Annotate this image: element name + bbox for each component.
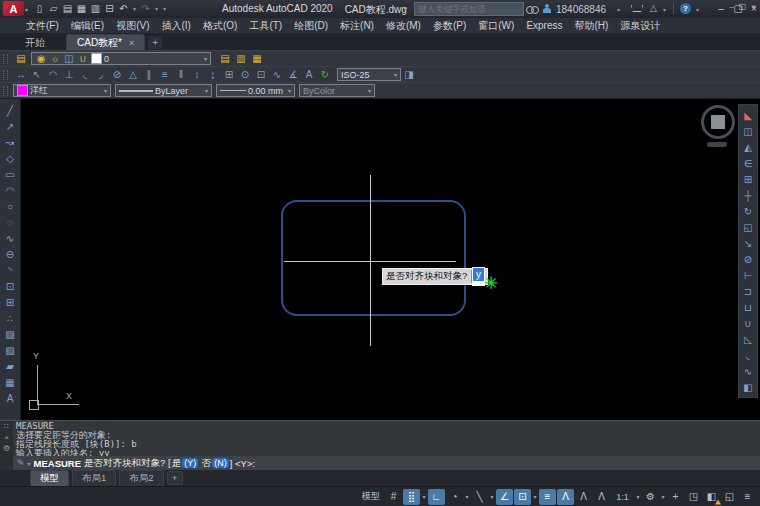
menu-item[interactable]: Express: [520, 20, 568, 31]
annotation-scale-icon[interactable]: Ʌ: [593, 489, 610, 505]
toolbar-grip[interactable]: [3, 70, 8, 80]
dimension-break-icon[interactable]: ↨: [205, 68, 221, 82]
doc-restore-button[interactable]: ◱: [739, 2, 747, 11]
qat-customize-icon[interactable]: ▾: [161, 2, 168, 15]
graphics-performance-icon[interactable]: ◧: [703, 489, 720, 505]
polygon-icon[interactable]: ◇: [2, 150, 19, 166]
layout-tab[interactable]: 布局1: [72, 470, 116, 487]
radius-dimension-icon[interactable]: ◟: [77, 68, 93, 82]
app-menu-caret-icon[interactable]: ▾: [25, 6, 28, 13]
explode-icon[interactable]: ◧: [740, 379, 757, 395]
menu-item[interactable]: 修改(M): [380, 19, 427, 33]
annotation-scale-value[interactable]: 1:1: [611, 489, 634, 505]
command-panel-tools-icon[interactable]: ⚙: [3, 444, 10, 453]
dimension-style-manager-icon[interactable]: ◨: [401, 68, 417, 82]
region-icon[interactable]: ▰: [2, 358, 19, 374]
menu-item[interactable]: 源泉设计: [614, 19, 666, 33]
workspace-gear-icon[interactable]: ⚙: [642, 489, 659, 505]
layer-unlock-icon[interactable]: ∪: [77, 52, 89, 66]
hatch-icon[interactable]: ▨: [2, 326, 19, 342]
break-at-point-icon[interactable]: ⊔: [740, 299, 757, 315]
doc-close-button[interactable]: ×: [751, 2, 756, 11]
polar-dropdown[interactable]: ▾: [464, 489, 470, 505]
tolerance-icon[interactable]: ⊞: [221, 68, 237, 82]
circle-icon[interactable]: ○: [2, 198, 19, 214]
object-snap-icon[interactable]: ⊡: [514, 489, 531, 505]
autodesk-app-icon[interactable]: △: [650, 3, 657, 13]
linetype-control-combo[interactable]: ByLayer ▾: [115, 84, 212, 97]
polar-tracking-icon[interactable]: ◔: [446, 489, 463, 505]
snap-dropdown[interactable]: ▾: [421, 489, 427, 505]
layer-combo[interactable]: ◉ ☼ ◫ ∪ 0 ▾: [31, 52, 211, 65]
arc-length-dimension-icon[interactable]: ◠: [45, 68, 61, 82]
continue-dimension-icon[interactable]: ‖: [173, 68, 189, 82]
linear-dimension-icon[interactable]: ↔: [13, 68, 29, 82]
extend-icon[interactable]: ⊢: [740, 267, 757, 283]
ellipse-arc-icon[interactable]: ◝: [2, 262, 19, 278]
autoscale-icon[interactable]: Ʌ: [575, 489, 592, 505]
user-id[interactable]: 184068846: [556, 4, 606, 15]
menu-item[interactable]: 工具(T): [243, 19, 288, 33]
break-icon[interactable]: ⊐: [740, 283, 757, 299]
diameter-dimension-icon[interactable]: ⊘: [109, 68, 125, 82]
menu-item[interactable]: 文件(F): [20, 19, 65, 33]
layout-tab[interactable]: 模型: [30, 470, 69, 487]
fillet-icon[interactable]: ◟: [740, 347, 757, 363]
drawing-canvas[interactable]: ╱ ↗ ↝ ◇ ▭ ◠ ○ ◌ ∿ ⊖ ◝ ⊡: [0, 99, 760, 420]
dimension-space-icon[interactable]: ↕: [189, 68, 205, 82]
customize-icon[interactable]: ≡: [739, 489, 756, 505]
arc-icon[interactable]: ◠: [2, 182, 19, 198]
help-dropdown-icon[interactable]: ▾: [696, 6, 699, 13]
layout-tab[interactable]: 布局2: [119, 470, 163, 487]
grid-icon[interactable]: #: [385, 489, 402, 505]
erase-icon[interactable]: ◣: [740, 107, 757, 123]
new-tab-button[interactable]: +: [148, 36, 162, 49]
aligned-dimension-icon[interactable]: ↖: [29, 68, 45, 82]
redo-dropdown-icon[interactable]: ▾: [153, 2, 160, 15]
plotstyle-combo-caret-icon[interactable]: ▾: [368, 87, 371, 94]
blend-curves-icon[interactable]: ∿: [740, 363, 757, 379]
dimension-update-icon[interactable]: ↻: [317, 68, 333, 82]
join-icon[interactable]: ∪: [740, 315, 757, 331]
mtext-icon[interactable]: A: [2, 390, 19, 406]
tab-close-icon[interactable]: ×: [129, 38, 134, 48]
make-object-layer-current-icon[interactable]: ▤: [217, 52, 233, 66]
rounded-rectangle-entity[interactable]: [281, 200, 466, 316]
model-space-button[interactable]: 模型: [358, 489, 384, 505]
store-cart-icon[interactable]: [631, 5, 643, 12]
layer-properties-manager-icon[interactable]: ▤: [13, 52, 29, 66]
trim-icon[interactable]: ⊘: [740, 251, 757, 267]
layer-combo-caret-icon[interactable]: ▾: [204, 55, 207, 62]
copy-icon[interactable]: ◫: [740, 123, 757, 139]
minimize-button[interactable]: –: [714, 2, 728, 15]
polyline-icon[interactable]: ↝: [2, 134, 19, 150]
point-icon[interactable]: ∴: [2, 310, 19, 326]
undo-dropdown-icon[interactable]: ▾: [131, 2, 138, 15]
gradient-icon[interactable]: ▧: [2, 342, 19, 358]
center-mark-icon[interactable]: ⊙: [237, 68, 253, 82]
offset-icon[interactable]: ∈: [740, 155, 757, 171]
rotate-icon[interactable]: ↻: [740, 203, 757, 219]
construction-line-icon[interactable]: ↗: [2, 118, 19, 134]
menu-item[interactable]: 窗口(W): [472, 19, 520, 33]
save-as-icon[interactable]: ▦: [75, 2, 88, 15]
layer-thaw-icon[interactable]: ☼: [49, 52, 61, 66]
insert-block-icon[interactable]: ⊡: [2, 278, 19, 294]
isolate-objects-icon[interactable]: ◳: [685, 489, 702, 505]
export-icon[interactable]: ▥: [89, 2, 102, 15]
toolbar-grip[interactable]: [3, 54, 8, 64]
lineweight-icon[interactable]: ≡: [539, 489, 556, 505]
redo-icon[interactable]: ↷: [139, 2, 152, 15]
object-snap-dropdown[interactable]: ▾: [532, 489, 538, 505]
signin-user-icon[interactable]: [543, 4, 551, 13]
array-icon[interactable]: ⊞: [740, 171, 757, 187]
doc-minimize-button[interactable]: –: [729, 2, 733, 11]
app-menu-button[interactable]: A: [3, 1, 24, 16]
angular-dimension-icon[interactable]: △: [125, 68, 141, 82]
make-block-icon[interactable]: ⊞: [2, 294, 19, 310]
toolbar-grip[interactable]: [3, 86, 8, 96]
save-icon[interactable]: ▤: [61, 2, 74, 15]
jogged-linear-icon[interactable]: ∿: [269, 68, 285, 82]
plotstyle-control-combo[interactable]: ByColor ▾: [299, 84, 375, 97]
print-icon[interactable]: ⊟: [103, 2, 116, 15]
